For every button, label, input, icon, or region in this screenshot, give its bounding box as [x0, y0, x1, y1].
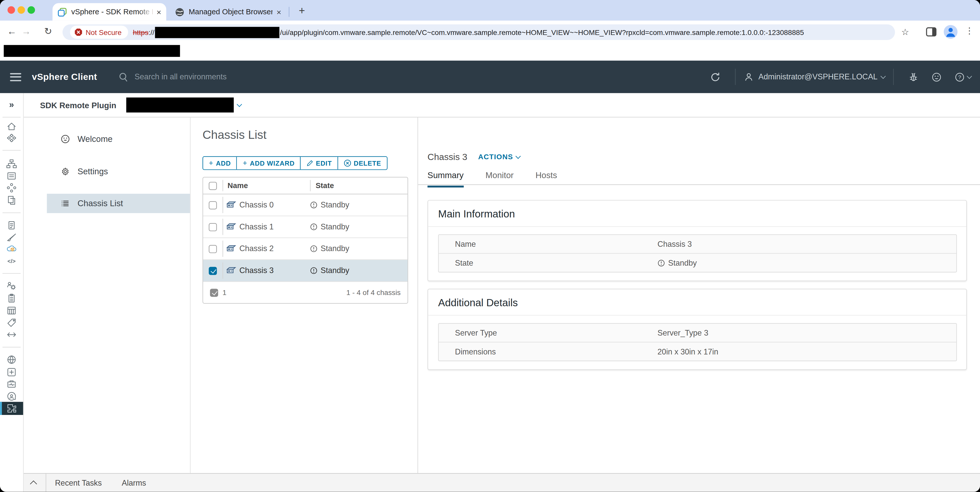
table-row[interactable]: Chassis 0 Standby [203, 194, 407, 217]
tab-vsphere[interactable]: vSphere - SDK Remote Plugin × [52, 3, 166, 21]
global-inventory-lists-icon[interactable] [0, 194, 23, 207]
column-header-state[interactable]: State [316, 181, 334, 190]
new-tab-button[interactable]: + [294, 3, 310, 19]
search-placeholder: Search in all environments [135, 72, 227, 81]
select-all-checkbox[interactable] [209, 182, 217, 189]
redacted-plugin-target[interactable] [126, 97, 234, 113]
delete-button[interactable]: DELETE [338, 157, 387, 169]
selected-filter-checkbox[interactable] [210, 288, 218, 296]
tab-close-icon[interactable]: × [277, 8, 281, 16]
search-icon [118, 72, 129, 82]
not-secure-icon [74, 28, 83, 36]
plugin-target-chevron-icon[interactable] [237, 102, 242, 107]
developer-center-icon[interactable]: </> [0, 255, 23, 267]
browser-tabbar: vSphere - SDK Remote Plugin × Managed Ob… [0, 0, 980, 21]
user-menu-chevron-icon[interactable] [880, 73, 886, 79]
standby-state-icon [310, 201, 318, 209]
window-zoom-button[interactable] [27, 6, 35, 14]
recent-tasks-button[interactable]: Recent Tasks [55, 478, 102, 487]
row-checkbox[interactable] [209, 245, 217, 253]
bottom-bar-separator [46, 474, 46, 492]
not-secure-chip[interactable]: Not Secure [70, 25, 128, 38]
chassis-icon [226, 223, 236, 231]
sidebar-item-chassis-list[interactable]: Chassis List [47, 194, 190, 213]
sidebar-item-settings[interactable]: Settings [47, 162, 190, 181]
expand-tasks-chevron-icon[interactable] [30, 480, 37, 487]
chassis-toolbar: +ADD +ADD WIZARD EDIT DELETE [202, 156, 387, 170]
table-row[interactable]: Chassis 1 Standby [203, 216, 407, 238]
rail-separator [3, 117, 21, 117]
content-libraries-icon[interactable] [0, 170, 23, 182]
header-separator [735, 68, 736, 85]
bookmark-star-icon[interactable]: ☆ [901, 27, 909, 37]
hybrid-cloud-services-icon[interactable] [0, 243, 23, 255]
hamburger-menu-icon[interactable] [10, 71, 21, 83]
chassis-name: Chassis 3 [239, 266, 274, 275]
help-icon[interactable]: ? [955, 72, 965, 82]
plugin-puzzle-icon [6, 403, 17, 414]
list-icon [61, 199, 70, 208]
site-recovery-icon[interactable] [0, 378, 23, 390]
feedback-smiley-icon[interactable] [931, 72, 942, 82]
plus-icon: + [243, 159, 247, 167]
redacted-bookmark [4, 45, 180, 57]
tab-separator [289, 7, 289, 17]
table-row[interactable]: Chassis 3 Standby [203, 260, 407, 282]
bug-report-icon[interactable] [908, 72, 919, 82]
browser-menu-kebab-icon[interactable]: ⋮ [965, 25, 974, 35]
tab-close-icon[interactable]: × [156, 8, 161, 16]
row-checkbox[interactable] [209, 266, 217, 275]
operations-icon[interactable] [0, 391, 23, 403]
add-service-icon[interactable] [0, 366, 23, 378]
policies-profiles-icon[interactable] [0, 220, 23, 231]
vsphere-header: vSphere Client Search in all environment… [0, 61, 980, 93]
standby-state-icon [310, 245, 318, 252]
standby-state-icon [310, 267, 318, 274]
lifecycle-manager-icon[interactable] [0, 354, 23, 366]
tab-title-fade [139, 7, 153, 16]
administration-icon[interactable] [0, 280, 23, 292]
reload-icon[interactable]: ↻ [41, 25, 55, 37]
workload-management-icon[interactable] [0, 182, 23, 194]
rail-separator [3, 273, 21, 274]
sdk-remote-plugin-rail-item[interactable] [0, 402, 23, 415]
alarms-button[interactable]: Alarms [122, 478, 146, 487]
standby-state-icon [310, 223, 318, 231]
table-row[interactable]: Chassis 2 Standby [203, 238, 407, 260]
add-button[interactable]: +ADD [203, 157, 237, 169]
tasks-icon[interactable] [0, 293, 23, 304]
logged-in-user[interactable]: Administrator@VSPHERE.LOCAL [759, 72, 878, 81]
tab-managed-object-browser[interactable]: Managed Object Browser × [170, 3, 286, 21]
window-close-button[interactable] [7, 6, 15, 14]
inventory-icon[interactable] [0, 158, 23, 170]
row-checkbox[interactable] [209, 201, 217, 209]
screen: vSphere - SDK Remote Plugin × Managed Ob… [0, 0, 980, 492]
forward-icon: → [19, 25, 33, 36]
rail-separator [3, 347, 21, 347]
shortcuts-icon[interactable] [0, 132, 23, 145]
pencil-icon [307, 160, 313, 167]
events-icon[interactable] [0, 304, 23, 317]
browser-profile-avatar[interactable] [944, 25, 958, 39]
vsphere-favicon [57, 7, 67, 17]
actions-menu-button[interactable]: ACTIONS [478, 153, 520, 161]
tags-icon[interactable] [0, 317, 23, 329]
back-icon[interactable]: ← [5, 25, 19, 36]
side-panel-icon[interactable] [926, 26, 937, 38]
add-wizard-button[interactable]: +ADD WIZARD [237, 157, 301, 169]
home-icon[interactable] [0, 121, 23, 133]
chassis-state: Standby [321, 244, 349, 253]
auto-deploy-icon[interactable] [0, 231, 23, 243]
custom-attributes-icon[interactable] [0, 329, 23, 341]
kv-label: State [455, 258, 657, 267]
global-search[interactable]: Search in all environments [118, 72, 704, 82]
refresh-icon[interactable] [710, 72, 721, 82]
expand-rail-icon[interactable]: » [0, 98, 23, 110]
edit-button[interactable]: EDIT [301, 157, 338, 169]
window-minimize-button[interactable] [18, 6, 25, 14]
help-menu-chevron-icon[interactable] [967, 73, 972, 79]
address-bar[interactable]: Not Secure https :// /ui/app/plugin/com.… [62, 24, 895, 40]
column-header-name[interactable]: Name [228, 181, 310, 190]
sidebar-item-welcome[interactable]: Welcome [47, 129, 190, 149]
row-checkbox[interactable] [209, 223, 217, 231]
